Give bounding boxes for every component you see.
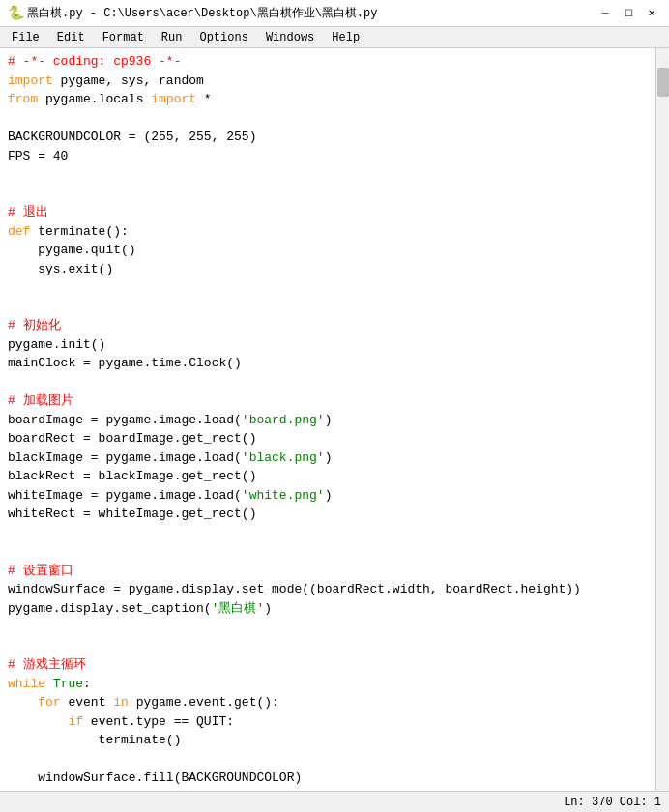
menu-run[interactable]: Run [154,29,190,46]
close-button[interactable]: ✕ [642,4,661,23]
menu-help[interactable]: Help [324,29,367,46]
code-line [8,542,648,562]
title-bar-controls: ─ ☐ ✕ [596,4,661,23]
code-line: # 游戏主循环 [8,655,648,675]
scrollbar-thumb[interactable] [657,68,669,97]
title-bar: 🐍 黑白棋.py - C:\Users\acer\Desktop\黑白棋作业\黑… [0,0,669,27]
code-line: boardRect = boardImage.get_rect() [8,429,648,449]
menu-file[interactable]: File [4,29,47,46]
app-icon: 🐍 [8,7,21,20]
code-line: import pygame, sys, random [8,72,648,91]
code-line: windowSurface = pygame.display.set_mode(… [8,580,648,599]
menu-format[interactable]: Format [95,29,152,46]
code-line [8,109,648,129]
code-line [8,637,648,656]
code-line: whiteImage = pygame.image.load('white.pn… [8,486,648,506]
menu-options[interactable]: Options [191,29,255,46]
code-line [8,750,648,769]
code-line: windowSurface.blit(boardImage, boardRect… [8,788,648,792]
menu-edit[interactable]: Edit [49,29,93,46]
code-line: # 退出 [8,203,648,222]
code-line [8,524,648,543]
code-line: blackImage = pygame.image.load('black.pn… [8,449,648,468]
code-line: pygame.display.set_caption('黑白棋') [8,599,648,619]
code-line: while True: [8,675,648,694]
code-line [8,278,648,298]
scrollbar-vertical[interactable] [655,48,669,791]
status-bar: Ln: 370 Col: 1 [0,791,669,812]
code-line: from pygame.locals import * [8,90,648,109]
minimize-button[interactable]: ─ [596,4,615,23]
code-line: whiteRect = whiteImage.get_rect() [8,505,648,524]
code-line: blackRect = blackImage.get_rect() [8,467,648,486]
code-line: windowSurface.fill(BACKGROUNDCOLOR) [8,768,648,788]
code-line: # 设置窗口 [8,562,648,581]
code-line: # -*- coding: cp936 -*- [8,52,648,72]
maximize-button[interactable]: ☐ [619,4,638,23]
title-bar-left: 🐍 黑白棋.py - C:\Users\acer\Desktop\黑白棋作业\黑… [8,5,377,21]
code-area[interactable]: # -*- coding: cp936 -*- import pygame, s… [0,48,655,791]
code-line: pygame.quit() [8,241,648,260]
code-line: pygame.init() [8,335,648,355]
title-bar-text: 黑白棋.py - C:\Users\acer\Desktop\黑白棋作业\黑白棋… [27,5,377,21]
code-line: def terminate(): [8,222,648,242]
menu-bar: File Edit Format Run Options Windows Hel… [0,27,669,48]
code-line: for event in pygame.event.get(): [8,693,648,712]
code-line: BACKGROUNDCOLOR = (255, 255, 255) [8,128,648,147]
code-line: terminate() [8,731,648,750]
code-line [8,165,648,185]
editor-container: # -*- coding: cp936 -*- import pygame, s… [0,48,669,791]
code-line [8,298,648,317]
status-position: Ln: 370 Col: 1 [564,796,661,809]
code-line: if event.type == QUIT: [8,712,648,732]
code-line: # 加载图片 [8,392,648,411]
code-line: boardImage = pygame.image.load('board.pn… [8,411,648,430]
code-line [8,373,648,392]
code-line: mainClock = pygame.time.Clock() [8,354,648,373]
code-line [8,618,648,637]
code-line [8,185,648,204]
code-line: FPS = 40 [8,147,648,166]
code-line: # 初始化 [8,316,648,335]
code-line: sys.exit() [8,260,648,279]
menu-windows[interactable]: Windows [258,29,322,46]
